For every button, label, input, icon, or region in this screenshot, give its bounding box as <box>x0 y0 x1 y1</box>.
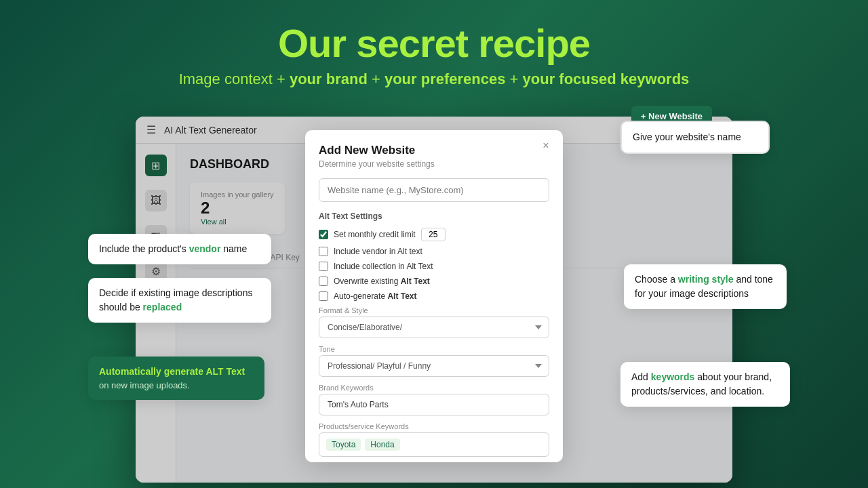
callout-autogen-title: Automatically generate ALT Text <box>99 365 254 379</box>
format-style-label: Format & Style <box>319 306 549 314</box>
subtitle-part1: Image context + <box>179 70 290 87</box>
callout-keywords-highlight: keywords <box>651 371 695 382</box>
website-name-input[interactable] <box>319 178 549 202</box>
tone-label: Tone <box>319 345 549 353</box>
callout-vendor: Include the product's vendor name <box>88 234 271 264</box>
tag-honda: Honda <box>365 439 399 451</box>
checkbox-vendor[interactable] <box>319 247 328 256</box>
header-section: Our secret recipe Image context + your b… <box>0 0 868 102</box>
checkbox-monthly-label: Set monthly credit limit <box>334 230 416 239</box>
product-keywords-group: Products/service Keywords Toyota Honda <box>319 422 549 457</box>
subtitle-keywords: your focused keywords <box>523 70 690 87</box>
checkbox-collection-label: Include collection in Alt Text <box>334 262 433 271</box>
brand-keywords-input[interactable] <box>319 394 549 415</box>
callout-autogen-subtitle: on new image uploads. <box>99 379 254 392</box>
subtitle-prefs: your preferences <box>384 70 506 87</box>
tone-select[interactable]: Professional/ Playful / Funny <box>319 355 549 377</box>
callout-autogen: Automatically generate ALT Text on new i… <box>88 357 264 401</box>
callout-keywords: Add keywords about your brand, products/… <box>620 362 790 407</box>
brand-keywords-label: Brand Keywords <box>319 384 549 392</box>
checkbox-overwrite-label: Overwrite existing Alt Text <box>334 277 430 286</box>
product-keywords-tags[interactable]: Toyota Honda <box>319 432 549 457</box>
credit-limit-input[interactable] <box>421 228 446 241</box>
callout-vendor-before: Include the product's <box>99 243 189 254</box>
subtitle-part5: + <box>510 70 523 87</box>
modal-close-button[interactable]: × <box>538 144 553 153</box>
subtitle-part3: + <box>372 70 384 87</box>
callout-vendor-after: name <box>220 243 247 254</box>
callout-style-highlight: writing style <box>678 274 734 285</box>
checkbox-collection[interactable] <box>319 262 328 271</box>
product-keywords-label: Products/service Keywords <box>319 422 549 430</box>
tone-group: Tone Professional/ Playful / Funny <box>319 345 549 377</box>
checkbox-row-autogen: Auto-generate Alt Text <box>319 291 549 301</box>
checkbox-monthly[interactable] <box>319 230 328 239</box>
callout-style: Choose a writing style and tone for your… <box>624 264 787 309</box>
checkbox-row-overwrite: Overwrite existing Alt Text <box>319 277 549 286</box>
subtitle-brand: your brand <box>290 70 368 87</box>
checkbox-autogen[interactable] <box>319 291 328 301</box>
brand-keywords-group: Brand Keywords <box>319 384 549 415</box>
checkbox-row-vendor: Include vendor in Alt text <box>319 247 549 256</box>
checkbox-row-collection: Include collection in Alt Text <box>319 262 549 271</box>
main-subtitle: Image context + your brand + your prefer… <box>14 70 854 88</box>
format-style-group: Format & Style Concise/Elaborative/ <box>319 306 549 338</box>
tag-toyota: Toyota <box>326 439 361 451</box>
callout-website-name: Give your website's name <box>620 121 770 154</box>
modal-title: Add New Website <box>319 144 549 157</box>
modal-subtitle: Determine your website settings <box>319 159 549 169</box>
checkbox-overwrite[interactable] <box>319 277 328 286</box>
callout-vendor-highlight: vendor <box>189 243 221 254</box>
add-website-modal: × Add New Website Determine your website… <box>305 144 563 462</box>
format-style-select[interactable]: Concise/Elaborative/ <box>319 317 549 338</box>
checkbox-vendor-label: Include vendor in Alt text <box>334 247 422 256</box>
callout-replace-highlight: replaced <box>143 302 182 312</box>
alt-text-settings-label: Alt Text Settings <box>319 211 549 221</box>
checkbox-autogen-label: Auto-generate Alt Text <box>334 291 417 301</box>
main-title: Our secret recipe <box>14 22 854 65</box>
callout-keywords-before: Add <box>631 371 651 382</box>
callout-replace: Decide if existing image descriptions sh… <box>88 278 271 323</box>
checkbox-row-monthly: Set monthly credit limit <box>319 228 549 241</box>
callout-website-name-text: Give your website's name <box>633 131 741 142</box>
callout-style-before: Choose a <box>635 274 678 285</box>
